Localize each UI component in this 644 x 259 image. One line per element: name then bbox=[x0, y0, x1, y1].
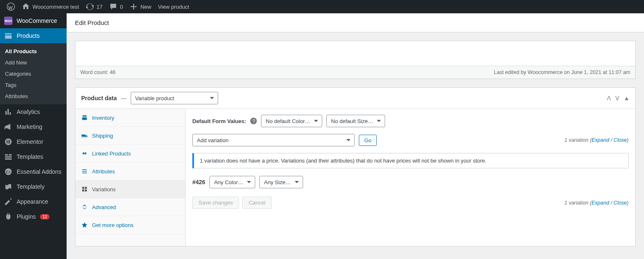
variation-color-select[interactable]: Any Color… bbox=[209, 176, 255, 188]
sidebar-label-ea: Essential Addons bbox=[17, 168, 61, 175]
tab-variations[interactable]: Variations bbox=[75, 180, 185, 198]
sidebar-item-appearance[interactable]: Appearance bbox=[0, 194, 67, 209]
variation-size-select[interactable]: Any Size… bbox=[259, 176, 303, 188]
sidebar-label-marketing: Marketing bbox=[17, 123, 42, 130]
adminbar: Woocommerce test 17 0 New View product bbox=[0, 0, 644, 13]
add-variation-select[interactable]: Add variation bbox=[192, 134, 355, 146]
variation-count-bottom: 1 variation bbox=[564, 200, 589, 206]
product-data-header: Product data — Variable product ᐱ ᐯ ▲ bbox=[75, 88, 635, 109]
close-link[interactable]: Close bbox=[614, 137, 627, 143]
sidebar-item-templates[interactable]: Templates bbox=[0, 149, 67, 164]
save-button[interactable]: Save changes bbox=[192, 197, 239, 209]
tab-get-more-label: Get more options bbox=[92, 222, 134, 228]
tab-attributes[interactable]: Attributes bbox=[75, 163, 185, 180]
product-data-panel: Product data — Variable product ᐱ ᐯ ▲ In… bbox=[75, 87, 636, 247]
submenu-categories[interactable]: Categories bbox=[0, 68, 67, 79]
variations-icon bbox=[81, 186, 88, 192]
help-icon[interactable]: ? bbox=[250, 118, 257, 124]
sidebar-label-woocommerce: WooCommerce bbox=[17, 17, 57, 24]
sidebar-item-templately[interactable]: Templately bbox=[0, 179, 67, 194]
new[interactable]: New bbox=[126, 0, 154, 13]
shipping-icon bbox=[81, 132, 88, 139]
expand-link[interactable]: Expand bbox=[592, 137, 609, 143]
go-button[interactable]: Go bbox=[359, 135, 377, 146]
variation-count-meta: 1 variation (Expand / Close) bbox=[564, 137, 629, 143]
sidebar-item-woocommerce[interactable]: wooWooCommerce bbox=[0, 13, 67, 28]
products-submenu: All Products Add New Categories Tags Att… bbox=[0, 43, 67, 104]
site-name[interactable]: Woocommerce test bbox=[18, 0, 82, 13]
sidebar-item-analytics[interactable]: Analytics bbox=[0, 104, 67, 119]
view-product[interactable]: View product bbox=[154, 0, 192, 13]
word-count: Word count: 46 bbox=[80, 69, 116, 75]
editor-panel: Word count: 46 Last edited by Woocommerc… bbox=[75, 41, 636, 79]
default-color-select[interactable]: No default Color… bbox=[261, 115, 322, 127]
admin-sidebar: wooWooCommerce Products All Products Add… bbox=[0, 13, 67, 259]
linked-icon bbox=[81, 150, 88, 157]
sidebar-label-elementor: Elementor bbox=[17, 138, 43, 145]
close-link-bottom[interactable]: Close bbox=[614, 200, 627, 206]
comment-icon bbox=[109, 2, 117, 11]
tab-linked-label: Linked Products bbox=[92, 150, 131, 157]
panel-toggles: ᐱ ᐯ ▲ bbox=[607, 95, 629, 101]
ea-icon: EA bbox=[4, 168, 12, 176]
svg-point-0 bbox=[7, 3, 15, 10]
tab-advanced-label: Advanced bbox=[92, 204, 116, 210]
sidebar-label-templates: Templates bbox=[17, 153, 43, 160]
sidebar-item-elementor[interactable]: Elementor bbox=[0, 134, 67, 149]
sidebar-item-products[interactable]: Products bbox=[0, 28, 67, 43]
tab-shipping-label: Shipping bbox=[92, 133, 113, 139]
price-notice: 1 variation does not have a price. Varia… bbox=[192, 153, 629, 168]
comments-count: 0 bbox=[120, 4, 123, 10]
sidebar-label-plugins: Plugins bbox=[17, 213, 36, 220]
editor-footer: Word count: 46 Last edited by Woocommerc… bbox=[75, 66, 635, 79]
sidebar-item-plugins[interactable]: Plugins12 bbox=[0, 209, 67, 224]
product-type-select[interactable]: Variable product bbox=[131, 92, 218, 104]
tab-get-more[interactable]: Get more options bbox=[75, 216, 185, 234]
dash: — bbox=[121, 95, 127, 101]
updates-count: 17 bbox=[97, 4, 102, 10]
comments[interactable]: 0 bbox=[106, 0, 126, 13]
submenu-attributes[interactable]: Attributes bbox=[0, 91, 67, 102]
tab-inventory-label: Inventory bbox=[92, 115, 114, 121]
tab-shipping[interactable]: Shipping bbox=[75, 127, 185, 145]
advanced-icon bbox=[81, 204, 88, 210]
submenu-tags[interactable]: Tags bbox=[0, 79, 67, 91]
move-up-icon[interactable]: ᐱ bbox=[607, 95, 611, 101]
new-label: New bbox=[140, 4, 151, 10]
collapse-icon[interactable]: ▲ bbox=[624, 95, 629, 101]
updates[interactable]: 17 bbox=[82, 0, 106, 13]
variation-count: 1 variation bbox=[564, 137, 589, 143]
svg-text:EA: EA bbox=[6, 170, 11, 174]
submenu-add-new[interactable]: Add New bbox=[0, 57, 67, 68]
tab-advanced[interactable]: Advanced bbox=[75, 198, 185, 216]
inventory-icon bbox=[81, 114, 88, 121]
wp-logo[interactable] bbox=[3, 0, 18, 13]
variations-footer: Save changes Cancel 1 variation (Expand … bbox=[192, 197, 629, 209]
analytics-icon bbox=[4, 108, 12, 116]
sidebar-item-marketing[interactable]: Marketing bbox=[0, 119, 67, 134]
site-name-text: Woocommerce test bbox=[32, 4, 79, 10]
product-data-label: Product data bbox=[81, 95, 117, 101]
attributes-icon bbox=[81, 168, 88, 175]
submenu-all-products[interactable]: All Products bbox=[0, 46, 67, 57]
tab-linked[interactable]: Linked Products bbox=[75, 145, 185, 163]
page-header: Edit Product bbox=[67, 13, 644, 32]
expand-link-bottom[interactable]: Expand bbox=[592, 200, 609, 206]
last-edited: Last edited by Woocommerce on June 1, 20… bbox=[494, 69, 630, 75]
elementor-icon bbox=[4, 138, 12, 146]
woo-icon: woo bbox=[4, 17, 12, 25]
tab-inventory[interactable]: Inventory bbox=[75, 109, 185, 127]
variation-row[interactable]: #426 Any Color… Any Size… bbox=[192, 176, 629, 188]
sidebar-item-essential-addons[interactable]: EAEssential Addons bbox=[0, 164, 67, 179]
tab-variations-label: Variations bbox=[92, 186, 116, 192]
editor-body[interactable] bbox=[75, 41, 635, 66]
cancel-button[interactable]: Cancel bbox=[242, 197, 271, 209]
sidebar-label-templately: Templately bbox=[17, 183, 45, 190]
sidebar-label-analytics: Analytics bbox=[17, 109, 40, 115]
marketing-icon bbox=[4, 123, 12, 131]
variation-id: #426 bbox=[192, 179, 205, 185]
move-down-icon[interactable]: ᐯ bbox=[615, 95, 619, 101]
default-size-select[interactable]: No default Size… bbox=[326, 115, 385, 127]
update-icon bbox=[86, 2, 94, 11]
plugins-icon bbox=[4, 212, 12, 221]
